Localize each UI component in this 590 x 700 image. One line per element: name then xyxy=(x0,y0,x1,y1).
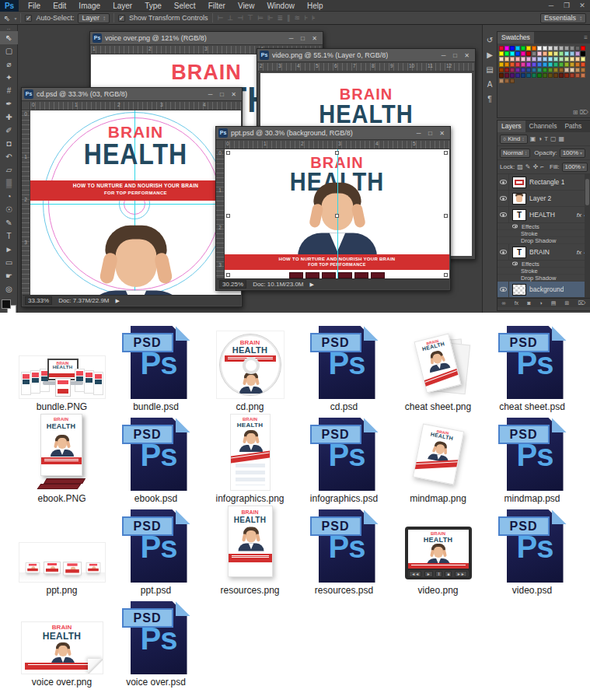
color-swatch[interactable] xyxy=(499,51,504,56)
color-swatch[interactable] xyxy=(553,51,558,56)
color-swatch[interactable] xyxy=(504,79,509,83)
color-swatch[interactable] xyxy=(515,51,520,56)
color-swatch[interactable] xyxy=(504,62,509,67)
paragraph-panel-icon[interactable]: ¶ xyxy=(483,92,497,107)
auto-select-checkbox[interactable]: ✓ xyxy=(25,15,32,22)
pen-tool[interactable]: ✎ xyxy=(0,216,18,229)
menu-filter[interactable]: Filter xyxy=(202,0,232,12)
color-swatch[interactable] xyxy=(510,68,515,72)
eraser-tool[interactable]: ▱ xyxy=(0,163,18,177)
foreground-color[interactable] xyxy=(2,299,11,309)
color-swatch[interactable] xyxy=(510,57,515,61)
doc-close-button[interactable]: ✕ xyxy=(309,33,320,44)
lock-position-icon[interactable]: ✜ xyxy=(532,163,538,170)
color-swatch[interactable] xyxy=(515,62,520,67)
transform-handle[interactable] xyxy=(444,151,448,155)
color-swatch[interactable] xyxy=(581,62,585,67)
tab-paths[interactable]: Paths xyxy=(560,121,585,132)
file-item[interactable]: BRAIN HEALTH ◄◄ ► ‖ ■ ►► video.png xyxy=(391,506,485,596)
dodge-tool[interactable]: ☉ xyxy=(0,203,18,216)
transform-handle[interactable] xyxy=(335,151,339,155)
color-swatch[interactable] xyxy=(548,57,553,61)
tab-layers[interactable]: Layers xyxy=(497,121,525,132)
color-swatch[interactable] xyxy=(564,62,569,67)
file-item[interactable]: Ps PSD ebook.psd xyxy=(109,414,203,504)
color-swatch[interactable] xyxy=(548,73,553,78)
color-swatch[interactable] xyxy=(553,68,558,72)
color-swatch[interactable] xyxy=(564,46,569,51)
layers-footer-icon[interactable]: ▤ xyxy=(551,300,557,306)
color-swatch[interactable] xyxy=(537,68,542,72)
zoom-level[interactable]: 33.33% xyxy=(25,296,52,305)
tab-swatches[interactable]: Swatches xyxy=(497,32,534,44)
color-swatch[interactable] xyxy=(559,62,564,67)
color-swatch[interactable] xyxy=(564,57,569,61)
menu-image[interactable]: Image xyxy=(72,0,106,12)
color-swatch[interactable] xyxy=(521,62,525,67)
doc-maximize-button[interactable]: □ xyxy=(297,33,309,44)
color-swatch[interactable] xyxy=(537,57,542,61)
color-swatch[interactable] xyxy=(564,73,569,78)
file-item[interactable]: ppt.png xyxy=(15,506,109,596)
doc-maximize-button[interactable]: □ xyxy=(424,128,436,139)
color-swatch[interactable] xyxy=(575,51,580,56)
marquee-tool[interactable]: ▢ xyxy=(0,44,18,58)
color-swatch[interactable] xyxy=(575,46,580,51)
filter-shape-icon[interactable]: ▢ xyxy=(550,135,557,142)
workspace-switcher[interactable]: Essentials↕ xyxy=(540,13,586,23)
color-swatch[interactable] xyxy=(504,68,509,72)
document-window-cd[interactable]: Ps cd.psd @ 33.3% (03, RGB/8) ─ □ ✕ 0123… xyxy=(21,87,243,307)
color-swatch[interactable] xyxy=(526,51,531,56)
eyedropper-tool[interactable]: ✒ xyxy=(0,97,18,110)
stop-icon[interactable]: ■ xyxy=(445,571,452,577)
menu-view[interactable]: View xyxy=(232,0,261,12)
color-swatch[interactable] xyxy=(559,68,564,72)
doc-close-button[interactable]: ✕ xyxy=(436,128,448,139)
layer-thumbnail[interactable]: T xyxy=(512,247,526,258)
file-item[interactable]: BRAIN HEALTH ebook.PNG xyxy=(15,414,109,504)
color-swatch[interactable] xyxy=(543,73,547,78)
file-item[interactable]: BRAIN HEALTH mindmap.png xyxy=(391,414,485,504)
title-bar[interactable]: Ps voice over.png @ 121% (RGB/8) ─ □ ✕ xyxy=(90,32,323,45)
doc-close-button[interactable]: ✕ xyxy=(228,89,239,100)
color-swatch[interactable] xyxy=(581,51,585,56)
color-swatch[interactable] xyxy=(553,46,558,51)
effects-row[interactable]: Effects xyxy=(497,223,590,230)
color-swatch[interactable] xyxy=(575,62,580,67)
color-swatch[interactable] xyxy=(570,57,574,61)
brush-tool[interactable]: ✐ xyxy=(0,124,18,137)
title-bar[interactable]: Ps cd.psd @ 33.3% (03, RGB/8) ─ □ ✕ xyxy=(22,88,242,101)
layers-footer-icon[interactable]: fx xyxy=(515,300,518,306)
color-swatch[interactable] xyxy=(521,57,525,61)
file-item[interactable]: Ps PSD bundle.psd xyxy=(109,322,203,412)
color-swatch[interactable] xyxy=(581,57,585,61)
file-item[interactable]: Ps PSD cd.psd xyxy=(297,322,391,412)
layers-footer-icon[interactable]: ⌦ xyxy=(578,300,586,306)
color-swatch[interactable] xyxy=(521,46,525,51)
color-swatch[interactable] xyxy=(521,51,525,56)
effects-row[interactable]: Effects xyxy=(497,261,590,268)
color-swatch[interactable] xyxy=(559,57,564,61)
color-swatch[interactable] xyxy=(521,73,525,78)
blend-mode-dropdown[interactable]: Normal↕ xyxy=(500,149,530,158)
rewind-icon[interactable]: ◄◄ xyxy=(409,571,421,577)
visibility-toggle[interactable] xyxy=(497,191,509,206)
path-select-tool[interactable]: ► xyxy=(0,243,18,256)
layers-footer-icon[interactable]: ◙ xyxy=(527,300,530,306)
menu-type[interactable]: Type xyxy=(138,0,168,12)
layer-thumbnail[interactable] xyxy=(512,284,526,296)
file-item[interactable]: BRAIN HEALTH voice over.png xyxy=(15,597,109,688)
character-panel-icon[interactable]: A xyxy=(483,77,497,92)
play-icon[interactable]: ► xyxy=(424,571,433,577)
color-swatch[interactable] xyxy=(532,51,536,56)
layer-row-rectangle-1[interactable]: Rectangle 1 xyxy=(497,174,590,191)
transform-handle[interactable] xyxy=(226,214,230,218)
color-swatch[interactable] xyxy=(543,46,547,51)
color-swatch[interactable] xyxy=(581,46,585,51)
color-swatch[interactable] xyxy=(532,46,536,51)
layers-scrollbar[interactable] xyxy=(585,174,590,298)
menu-layer[interactable]: Layer xyxy=(106,0,138,12)
transform-handle[interactable] xyxy=(444,214,448,218)
file-item[interactable]: Ps PSD resources.psd xyxy=(297,506,391,596)
file-item[interactable]: BRAINHEALTH bundle.PNG xyxy=(15,322,109,412)
